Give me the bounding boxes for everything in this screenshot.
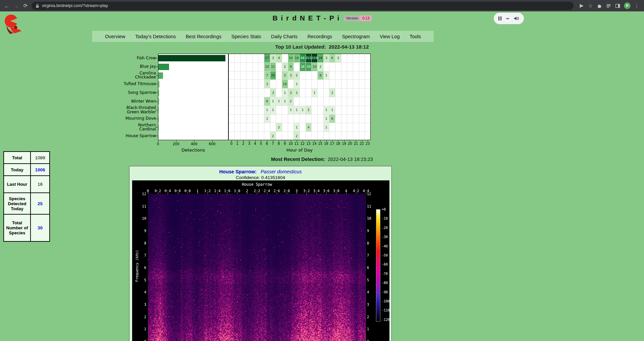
address-bar[interactable]: virginia.birdnetpi.com/?stream=play <box>32 2 574 10</box>
toolbar-right: ☆ P ⋮ <box>577 2 641 9</box>
nav-item-daily-charts[interactable]: Daily Charts <box>271 34 298 39</box>
spec-freq-tick-left: 12 <box>132 192 146 196</box>
nav-item-tools[interactable]: Tools <box>410 34 421 39</box>
back-button[interactable]: ← <box>2 3 11 9</box>
extensions-button[interactable] <box>595 3 604 8</box>
heat-cell <box>306 132 312 140</box>
nav-item-spectrogram[interactable]: Spectrogram <box>342 34 370 39</box>
profile-avatar[interactable]: P <box>624 2 631 9</box>
nav-item-view-log[interactable]: View Log <box>380 34 399 39</box>
species-latin-link[interactable]: Passer domesticus <box>261 169 302 174</box>
stat-link-total-number-of-species[interactable]: 30 <box>38 225 43 230</box>
heat-cell: 1 <box>329 106 335 115</box>
kebab-menu-icon: ⋮ <box>635 3 639 8</box>
heat-cell <box>353 71 359 80</box>
heat-cell: 1 <box>324 123 330 132</box>
version-label: Version <box>344 15 360 21</box>
top10-value: 2022-04-13 18:12 <box>329 44 369 50</box>
species-common-link[interactable]: House Sparrow: <box>219 169 257 174</box>
heat-cell: 1 <box>270 97 276 106</box>
spec-time-tick-mark <box>346 192 346 194</box>
nav-item-species-stats[interactable]: Species Stats <box>231 34 261 39</box>
stat-label: Last Hour <box>4 176 31 193</box>
heat-cell <box>341 123 347 132</box>
stat-value: 16 <box>31 176 50 193</box>
reload-button[interactable]: ⟳ <box>21 3 30 9</box>
spec-time-tick-mark <box>307 192 307 194</box>
heat-cell <box>335 97 341 106</box>
browser-toolbar: ← → ⟳ virginia.birdnetpi.com/?stream=pla… <box>0 0 644 11</box>
heat-cell <box>258 123 264 132</box>
heat-cell <box>258 106 264 115</box>
heat-cell <box>353 123 359 132</box>
bookmark-button[interactable]: ☆ <box>586 3 595 8</box>
heat-cell <box>335 132 341 140</box>
heat-cell <box>247 71 253 80</box>
send-icon <box>579 3 584 8</box>
heat-cell <box>329 123 335 132</box>
browser-menu-button[interactable]: ⋮ <box>632 3 641 8</box>
heat-cell <box>359 123 365 132</box>
heat-cell <box>359 89 365 97</box>
heat-cell <box>318 80 324 89</box>
heat-cell <box>270 115 276 123</box>
spec-freq-tick-left: 5 <box>132 278 146 282</box>
stat-value: 30 <box>31 214 50 241</box>
heat-cell <box>365 89 371 97</box>
y-tick <box>156 110 158 110</box>
hour-tick-mark <box>243 140 244 142</box>
heat-cell: 6 <box>329 115 335 123</box>
forward-button[interactable]: → <box>11 3 21 9</box>
heat-cell <box>324 132 330 140</box>
hour-tick-mark <box>338 140 338 142</box>
heat-cell <box>288 132 294 140</box>
heat-cell <box>341 54 347 63</box>
stat-value: 1006 <box>31 164 50 176</box>
hour-tick-label: 12 <box>300 142 305 146</box>
speaker-icon[interactable] <box>514 16 519 21</box>
heat-cell <box>247 97 253 106</box>
side-panel-button[interactable] <box>613 3 622 8</box>
heat-cell <box>347 80 353 89</box>
stat-link-today[interactable]: 1006 <box>35 167 45 172</box>
heat-cell: 7 <box>264 71 270 80</box>
bar-tick-mark <box>158 140 158 142</box>
heat-cell <box>365 97 371 106</box>
nav-item-recordings[interactable]: Recordings <box>308 34 332 39</box>
hour-tick-mark <box>237 140 238 142</box>
version-badge: Version 0.13 <box>344 15 371 21</box>
nav-item-overview[interactable]: Overview <box>105 34 125 39</box>
heat-cell <box>347 123 353 132</box>
pause-icon[interactable] <box>498 16 501 20</box>
heat-cell <box>264 132 270 140</box>
reading-list-button[interactable] <box>604 3 613 8</box>
heat-cell <box>353 54 359 63</box>
hour-tick-mark <box>261 140 261 142</box>
heat-cell <box>294 115 300 123</box>
hour-tick-label: 9 <box>284 142 286 146</box>
heat-cell <box>353 89 359 97</box>
heat-cell <box>253 89 259 97</box>
heat-cell: 2 <box>282 63 288 71</box>
audio-player[interactable] <box>494 13 524 24</box>
hour-tick-label: 0 <box>230 142 232 146</box>
spectrogram: House Sparrow Frequency (kHz) 00·20·40·6… <box>132 180 389 341</box>
spec-time-tick-mark <box>158 192 158 194</box>
share-button[interactable] <box>577 3 586 8</box>
heat-cell <box>235 123 241 132</box>
hour-tick-label: 16 <box>324 142 328 146</box>
heat-cell <box>258 89 264 97</box>
species-label-tufted-titmouse: Tufted Titmouse <box>118 79 156 88</box>
nav-item-best-recordings[interactable]: Best Recordings <box>186 34 221 39</box>
spec-freq-tick-right: 11 <box>367 204 377 208</box>
stat-link-species-detected-today[interactable]: 25 <box>38 201 43 206</box>
spec-time-tick-mark <box>336 192 336 194</box>
spec-time-tick-mark <box>198 192 198 194</box>
detections-bar-mourning-dove <box>158 116 159 122</box>
heat-cell <box>341 89 347 97</box>
heat-cell: 1 <box>282 89 288 97</box>
nav-item-today-s-detections[interactable]: Today's Detections <box>135 34 176 39</box>
hour-tick-mark <box>297 140 297 142</box>
forward-icon: → <box>14 3 19 9</box>
heat-cell <box>306 71 312 80</box>
